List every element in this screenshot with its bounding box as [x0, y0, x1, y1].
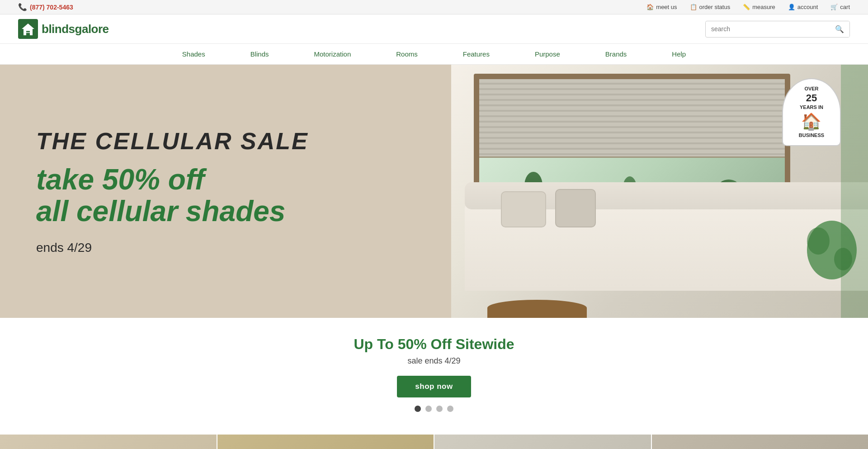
svg-point-7: [834, 248, 852, 270]
nav-item-features[interactable]: Features: [440, 44, 512, 64]
cart-link[interactable]: 🛒 cart: [830, 4, 850, 10]
nav-item-rooms[interactable]: Rooms: [373, 44, 440, 64]
search-button[interactable]: 🔍: [830, 21, 849, 37]
cart-icon: 🛒: [830, 4, 838, 10]
measure-link[interactable]: 📏 measure: [743, 4, 775, 10]
meet-us-icon: 🏠: [646, 4, 654, 10]
phone-icon: 📞: [18, 3, 27, 11]
account-icon: 👤: [788, 4, 795, 10]
order-status-link[interactable]: 📋 order status: [690, 4, 731, 10]
blind-slats: [479, 79, 785, 158]
svg-rect-2: [26, 31, 30, 35]
order-status-icon: 📋: [690, 4, 697, 10]
product-preview-strip: [0, 435, 868, 449]
nav-item-purpose[interactable]: Purpose: [512, 44, 583, 64]
pillow-2: [555, 189, 596, 227]
measure-icon: 📏: [743, 4, 750, 10]
hero-title: THE CELLULAR SALE: [36, 128, 415, 155]
account-link[interactable]: 👤 account: [788, 4, 818, 10]
carousel-dot-1[interactable]: [415, 406, 421, 412]
badge-text-over: OVER: [804, 85, 818, 92]
hero-ends: ends 4/29: [36, 241, 415, 255]
meet-us-link[interactable]: 🏠 meet us: [646, 4, 677, 10]
promo-subtitle: sale ends 4/29: [9, 356, 859, 366]
header: blindsgalore 🔍: [0, 14, 868, 43]
product-strip-item-3[interactable]: [434, 435, 652, 449]
logo-text: blindsgalore: [42, 22, 109, 36]
nav-item-blinds[interactable]: Blinds: [228, 44, 292, 64]
product-strip-item-4[interactable]: [652, 435, 868, 449]
main-nav: Shades Blinds Motorization Rooms Feature…: [0, 43, 868, 65]
badge-text-business: BUSINESS: [799, 132, 824, 139]
carousel-dots: [9, 406, 859, 412]
svg-point-6: [807, 227, 830, 255]
search-bar: 🔍: [705, 21, 850, 38]
hero-banner: THE CELLULAR SALE take 50% off all cellu…: [0, 65, 868, 318]
logo-icon: [18, 19, 38, 39]
badge-house-icon: 🏠: [801, 112, 821, 131]
hero-image-area: OVER 25 YEARS IN 🏠 BUSINESS: [451, 65, 868, 318]
years-badge: OVER 25 YEARS IN 🏠 BUSINESS: [782, 78, 841, 146]
carousel-dot-4[interactable]: [447, 406, 453, 412]
hero-subtitle: take 50% off all cellular shades: [36, 164, 415, 227]
nav-item-shades[interactable]: Shades: [160, 44, 228, 64]
pillow-1: [501, 191, 546, 227]
logo[interactable]: blindsgalore: [18, 19, 109, 39]
hero-text-area: THE CELLULAR SALE take 50% off all cellu…: [0, 65, 451, 318]
carousel-dot-2[interactable]: [425, 406, 432, 412]
promo-title: Up To 50% Off Sitewide: [9, 336, 859, 353]
shop-now-button[interactable]: shop now: [397, 376, 471, 397]
phone-number[interactable]: 📞 (877) 702-5463: [18, 3, 73, 11]
monstera-leaf: [805, 218, 859, 282]
product-strip-item-1[interactable]: [0, 435, 217, 449]
nav-item-help[interactable]: Help: [649, 44, 708, 64]
search-input[interactable]: [706, 22, 830, 36]
badge-years: 25: [806, 92, 817, 104]
nav-item-motorization[interactable]: Motorization: [292, 44, 374, 64]
badge-text-years: YEARS IN: [800, 104, 823, 111]
coffee-table: [487, 300, 587, 318]
top-bar: 📞 (877) 702-5463 🏠 meet us 📋 order statu…: [0, 0, 868, 14]
top-bar-links: 🏠 meet us 📋 order status 📏 measure 👤 acc…: [646, 4, 850, 10]
nav-item-brands[interactable]: Brands: [583, 44, 650, 64]
promo-section: Up To 50% Off Sitewide sale ends 4/29 sh…: [0, 318, 868, 435]
carousel-dot-3[interactable]: [436, 406, 443, 412]
product-strip-item-2[interactable]: [217, 435, 435, 449]
